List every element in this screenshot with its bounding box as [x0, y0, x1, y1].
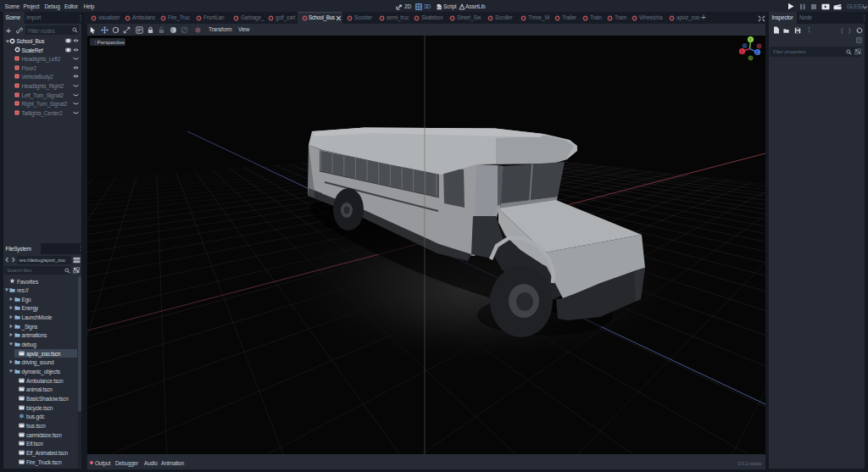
- svg-text:Y: Y: [749, 38, 752, 42]
- svg-text:Perspective: Perspective: [97, 39, 125, 45]
- svg-text:X: X: [741, 50, 743, 54]
- svg-text:Z: Z: [756, 51, 759, 55]
